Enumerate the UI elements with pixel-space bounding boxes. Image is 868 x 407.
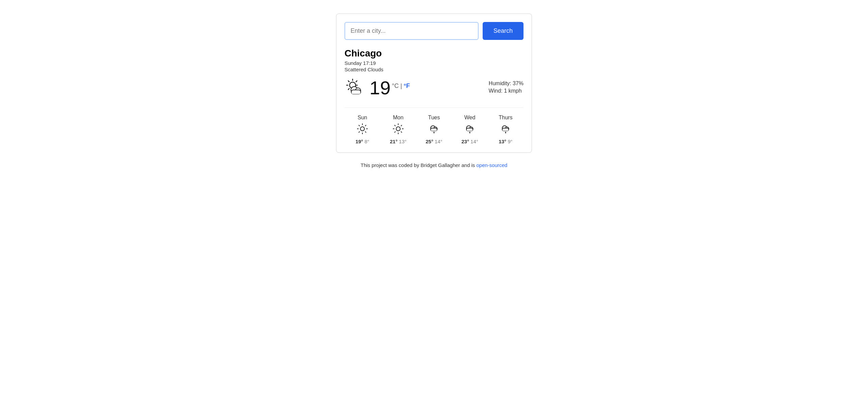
open-sourced-link[interactable]: open-sourced [476, 162, 507, 168]
forecast-day-wed: Wed 23° 14° [452, 115, 488, 144]
forecast-low: 8° [364, 139, 369, 144]
unit-fahrenheit[interactable]: °F [404, 82, 410, 89]
svg-point-46 [505, 132, 506, 134]
search-button[interactable]: Search [483, 22, 524, 40]
footer-text: This project was coded by Bridget Gallag… [361, 162, 507, 168]
svg-line-22 [359, 132, 359, 133]
svg-line-7 [356, 81, 357, 82]
forecast-low: 9° [508, 139, 512, 144]
svg-point-23 [396, 127, 400, 131]
svg-rect-13 [352, 91, 360, 94]
svg-line-8 [348, 89, 349, 90]
search-row: Search [344, 22, 524, 40]
svg-line-20 [365, 132, 366, 133]
svg-line-30 [401, 125, 402, 126]
forecast-day-label: Thurs [499, 115, 513, 121]
svg-point-41 [469, 132, 470, 134]
city-name: Chicago [344, 48, 524, 59]
current-weather-icon [344, 78, 364, 98]
forecast-temps: 21° 13° [390, 139, 407, 144]
forecast-day-label: Mon [393, 115, 403, 121]
humidity-label: Humidity: 37% [489, 80, 524, 87]
temperature-value: 19 [369, 78, 390, 97]
svg-rect-40 [467, 129, 473, 131]
unit-separator: | [401, 82, 402, 89]
svg-line-28 [394, 125, 395, 126]
forecast-high: 13° [499, 139, 506, 144]
svg-point-36 [434, 132, 435, 134]
svg-line-21 [365, 125, 366, 126]
forecast-low: 14° [470, 139, 478, 144]
forecast-day-mon: Mon 21° 13° [380, 115, 416, 144]
forecast-day-label: Sun [358, 115, 367, 121]
forecast-icon [393, 123, 404, 136]
forecast-high: 23° [461, 139, 469, 144]
forecast-temps: 13° 9° [499, 139, 512, 144]
svg-line-29 [401, 132, 402, 133]
forecast-temps: 19° 8° [355, 139, 369, 144]
forecast-icon [464, 123, 475, 136]
forecast-low: 13° [399, 139, 407, 144]
forecast-temps: 23° 14° [461, 139, 478, 144]
svg-line-19 [359, 125, 359, 126]
forecast-icon [500, 123, 511, 136]
forecast-day-thurs: Thurs 13° 9° [488, 115, 524, 144]
weather-card: Search Chicago Sunday 17:19 Scattered Cl… [336, 14, 532, 153]
forecast-day-label: Tues [428, 115, 440, 121]
forecast-day-label: Wed [464, 115, 476, 121]
unit-toggle[interactable]: °C | °F [392, 82, 410, 90]
forecast-high: 21° [390, 139, 398, 144]
svg-rect-45 [503, 129, 508, 131]
city-condition: Scattered Clouds [344, 67, 524, 72]
forecast-icon [429, 123, 439, 136]
footer-text-before: This project was coded by Bridget Gallag… [361, 162, 475, 168]
unit-celsius[interactable]: °C [392, 82, 399, 89]
temperature-display: 19 °C | °F [369, 78, 410, 97]
svg-line-31 [394, 132, 395, 133]
forecast-low: 14° [435, 139, 442, 144]
svg-point-14 [360, 127, 364, 131]
forecast-day-sun: Sun 19° 8° [344, 115, 380, 144]
city-info: Chicago Sunday 17:19 Scattered Clouds [344, 48, 524, 72]
city-search-input[interactable] [344, 22, 479, 40]
forecast-high: 25° [426, 139, 433, 144]
svg-rect-35 [431, 129, 437, 131]
current-weather: 19 °C | °F Humidity: 37% Wind: 1 kmph [344, 78, 524, 98]
city-datetime: Sunday 17:19 [344, 60, 524, 66]
forecast-day-tues: Tues 25° 14° [416, 115, 452, 144]
weather-details: Humidity: 37% Wind: 1 kmph [489, 80, 524, 95]
wind-label: Wind: 1 kmph [489, 88, 524, 94]
forecast-temps: 25° 14° [426, 139, 442, 144]
forecast-row: Sun 19° 8° Mon [344, 107, 524, 144]
svg-line-5 [348, 81, 349, 82]
forecast-high: 19° [355, 139, 363, 144]
forecast-icon [357, 123, 368, 136]
